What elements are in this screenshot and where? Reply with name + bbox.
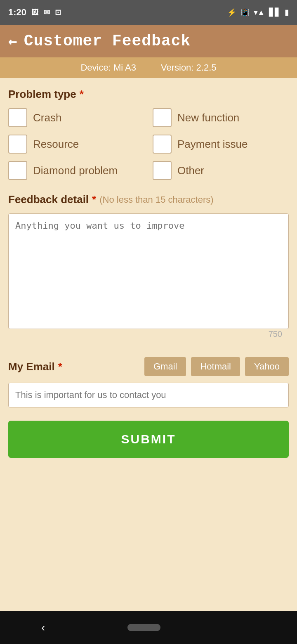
home-pill[interactable] [127, 624, 160, 631]
email-required-indicator: * [58, 360, 62, 373]
battery-icon: ▮ [285, 8, 289, 17]
back-button[interactable]: ← [8, 33, 17, 50]
status-time: 1:20 [8, 7, 26, 18]
signal-icon: ▋▋ [269, 8, 280, 17]
feedback-required-indicator: * [92, 193, 96, 206]
status-bar: 1:20 🖼 ✉ ⊡ ⚡ 📳 ▾▲ ▋▋ ▮ [0, 0, 297, 25]
nav-bar: ‹ [0, 611, 297, 644]
checkbox-other-label: Other [177, 164, 204, 177]
main-content: Problem type * Crash New function Resour… [0, 78, 297, 611]
app-header: ← Customer Feedback [0, 25, 297, 57]
email-quick-buttons: Gmail Hotmail Yahoo [144, 357, 289, 376]
checkbox-resource-label: Resource [33, 138, 79, 151]
wifi-icon: ▾▲ [254, 8, 265, 17]
email-row: My Email * Gmail Hotmail Yahoo [8, 357, 289, 376]
bluetooth-icon: ⚡ [227, 8, 236, 17]
screen-icon: ⊡ [55, 8, 61, 17]
back-nav-icon[interactable]: ‹ [41, 621, 45, 634]
checkbox-diamond-problem-box[interactable] [8, 161, 27, 180]
submit-button[interactable]: SUBMIT [8, 421, 289, 458]
photo-icon: 🖼 [31, 8, 39, 17]
checkbox-crash-label: Crash [33, 111, 61, 124]
checkbox-resource[interactable]: Resource [8, 135, 144, 154]
email-input[interactable] [8, 383, 289, 407]
feedback-detail-label: Feedback detail * (No less than 15 chara… [8, 193, 289, 206]
page-title: Customer Feedback [24, 32, 191, 50]
yahoo-button[interactable]: Yahoo [245, 357, 289, 376]
checkbox-payment-issue[interactable]: Payment issue [153, 135, 289, 154]
feedback-hint: (No less than 15 characters) [99, 194, 213, 205]
checkbox-crash-box[interactable] [8, 108, 27, 127]
problem-type-label: Problem type * [8, 88, 289, 101]
checkbox-other-box[interactable] [153, 161, 172, 180]
checkbox-diamond-problem[interactable]: Diamond problem [8, 161, 144, 180]
device-info: Device: Mi A3 [80, 62, 136, 73]
checkbox-crash[interactable]: Crash [8, 108, 144, 127]
email-label: My Email * [8, 360, 62, 373]
mail-icon: ✉ [44, 8, 50, 17]
required-indicator: * [80, 88, 84, 101]
feedback-textarea[interactable] [8, 213, 289, 329]
checkbox-payment-issue-box[interactable] [153, 135, 172, 154]
checkbox-new-function[interactable]: New function [153, 108, 289, 127]
checkbox-new-function-box[interactable] [153, 108, 172, 127]
char-count: 750 [269, 329, 282, 339]
gmail-button[interactable]: Gmail [144, 357, 186, 376]
version-info: Version: 2.2.5 [161, 62, 217, 73]
checkbox-new-function-label: New function [177, 111, 239, 124]
sub-header: Device: Mi A3 Version: 2.2.5 [0, 57, 297, 78]
vibrate-icon: 📳 [240, 8, 250, 17]
checkbox-payment-issue-label: Payment issue [177, 138, 248, 151]
problem-type-options: Crash New function Resource Payment issu… [8, 108, 289, 180]
checkbox-diamond-problem-label: Diamond problem [33, 164, 118, 177]
hotmail-button[interactable]: Hotmail [191, 357, 240, 376]
checkbox-resource-box[interactable] [8, 135, 27, 154]
feedback-textarea-wrapper: 750 [8, 213, 289, 344]
checkbox-other[interactable]: Other [153, 161, 289, 180]
